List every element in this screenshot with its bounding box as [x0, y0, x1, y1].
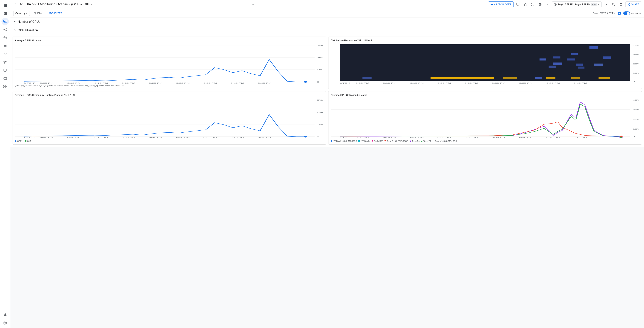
- svg-point-48: [630, 5, 630, 5]
- svg-rect-35: [517, 3, 519, 5]
- svg-rect-94: [362, 77, 372, 79]
- svg-text:9:40 PM: 9:40 PM: [231, 82, 244, 84]
- legend-gce-label: GCE: [17, 140, 22, 142]
- sidebar-item-account[interactable]: [2, 311, 9, 319]
- svg-rect-44: [620, 4, 621, 5]
- svg-text:9:05 PM: 9:05 PM: [356, 137, 369, 138]
- legend-p100-icon: [384, 140, 386, 142]
- svg-text:1%: 1%: [317, 69, 323, 71]
- filter-label: Filter: [37, 12, 42, 14]
- fullscreen-button[interactable]: [530, 1, 536, 7]
- svg-rect-91: [571, 77, 580, 79]
- legend-l4-icon: [358, 140, 360, 142]
- legend-p4-icon: [410, 140, 411, 142]
- sidebar-item-groups[interactable]: [2, 83, 9, 90]
- svg-rect-31: [4, 87, 5, 88]
- share-button[interactable]: SHARE: [625, 1, 642, 7]
- sidebar-item-alerts[interactable]: [2, 58, 9, 66]
- legend-p100: Tesla P100-PCIE-16GB: [384, 140, 408, 142]
- legend-p4-label: Tesla P4: [412, 140, 420, 142]
- chart-title-avg-gpu: Average GPU Utilization: [15, 39, 324, 42]
- add-widget-button[interactable]: + ADD WIDGET: [488, 1, 514, 7]
- dashboard: Number of GPUs GPU Utilization Average G…: [10, 18, 644, 328]
- svg-point-46: [630, 3, 630, 4]
- svg-rect-84: [603, 56, 611, 59]
- svg-rect-82: [553, 63, 562, 65]
- legend-a100-label: NVIDIA A100-SXM4-40GB: [333, 140, 357, 142]
- next-time-button[interactable]: [603, 1, 609, 7]
- prev-time-button[interactable]: [544, 1, 550, 7]
- add-widget-label: + ADD WIDGET: [494, 3, 511, 6]
- svg-rect-77: [590, 46, 598, 49]
- chart-area-avg-gpu: 3% 2% 1% 0 UTC-7: [15, 43, 324, 84]
- toolbar: Group by Filter ADD FILTER Saved 8/9/23,…: [10, 9, 644, 18]
- svg-line-12: [4, 29, 6, 29]
- chart-svg-avg-gpu: 3% 2% 1% 0 UTC-7: [15, 43, 324, 84]
- svg-rect-45: [621, 4, 622, 5]
- svg-point-38: [540, 4, 541, 5]
- svg-text:0: 0: [632, 136, 635, 138]
- svg-rect-0: [4, 4, 5, 5]
- dropdown-icon[interactable]: [252, 3, 255, 6]
- section-header-util[interactable]: GPU Utilization: [10, 26, 644, 34]
- sidebar-item-settings[interactable]: [2, 319, 9, 327]
- sidebar-item-grid[interactable]: [2, 1, 9, 9]
- sidebar-item-logs[interactable]: [2, 42, 9, 49]
- svg-text:9:25 PM: 9:25 PM: [464, 82, 478, 84]
- svg-rect-125: [24, 140, 26, 142]
- svg-rect-42: [620, 3, 621, 4]
- svg-rect-80: [540, 58, 546, 60]
- back-button[interactable]: [12, 1, 18, 7]
- star-button[interactable]: [522, 1, 528, 7]
- svg-text:UTC-7: UTC-7: [340, 82, 350, 84]
- autosave-toggle[interactable]: Autosave: [623, 11, 641, 15]
- section-gpu-utilization: GPU Utilization Average GPU Utilization: [10, 26, 644, 147]
- more-button[interactable]: [618, 1, 624, 7]
- sidebar-item-dashboards[interactable]: [2, 9, 9, 17]
- svg-text:9:40 PM: 9:40 PM: [546, 137, 560, 138]
- add-filter-button[interactable]: ADD FILTER: [46, 11, 64, 16]
- svg-rect-76: [340, 44, 630, 81]
- sidebar: [0, 0, 10, 328]
- svg-rect-5: [5, 12, 7, 13]
- sidebar-item-profiling[interactable]: [2, 34, 9, 41]
- charts-grid: Average GPU Utilization 3%: [12, 36, 642, 145]
- autosave-switch[interactable]: [623, 11, 630, 15]
- svg-text:UTC-7: UTC-7: [340, 137, 350, 138]
- svg-text:20%: 20%: [632, 63, 640, 65]
- svg-text:30%: 30%: [632, 109, 640, 111]
- legend-gce-icon: [15, 140, 16, 142]
- group-by-button[interactable]: Group by: [13, 11, 30, 16]
- svg-text:9:10 PM: 9:10 PM: [383, 137, 396, 138]
- svg-point-60: [304, 81, 308, 83]
- section-header-gpus[interactable]: Number of GPUs: [10, 18, 644, 26]
- present-button[interactable]: [515, 1, 521, 7]
- filter-button[interactable]: Filter: [32, 11, 44, 16]
- sidebar-item-uptime[interactable]: [2, 66, 9, 74]
- svg-text:20%: 20%: [632, 118, 640, 120]
- sidebar-item-slos[interactable]: [2, 50, 9, 58]
- section-number-of-gpus: Number of GPUs: [10, 18, 644, 26]
- toggle-knob: [626, 12, 630, 15]
- header: NVIDIA GPU Monitoring Overview (GCE & GK…: [10, 0, 644, 9]
- legend-t4: Tesla T4: [421, 140, 431, 142]
- chart-title-heatmap: Distribution (Heatmap) of GPU Utilizatio…: [331, 39, 640, 42]
- page-title: NVIDIA GPU Monitoring Overview (GCE & GK…: [20, 2, 250, 6]
- svg-point-15: [4, 37, 6, 38]
- svg-text:9:45 PM: 9:45 PM: [574, 82, 587, 84]
- svg-rect-30: [5, 85, 7, 86]
- legend-gce: GCE: [15, 140, 22, 142]
- svg-text:9:30 PM: 9:30 PM: [176, 137, 190, 138]
- search-button[interactable]: [610, 1, 616, 7]
- svg-point-113: [304, 136, 308, 138]
- chart-area-model: 40% 30% 20% 10% 0: [331, 98, 640, 138]
- settings-button[interactable]: [537, 1, 543, 7]
- svg-text:3%: 3%: [317, 44, 323, 46]
- sidebar-item-traces[interactable]: [2, 26, 9, 33]
- chart-svg-heatmap: 40% 30% 20% 10% 0: [331, 43, 640, 84]
- sidebar-item-monitoring[interactable]: [2, 18, 9, 25]
- svg-rect-78: [571, 53, 578, 55]
- sidebar-item-synthetics[interactable]: [2, 75, 9, 82]
- svg-rect-83: [576, 63, 583, 66]
- time-range-selector[interactable]: Aug 8, 8:59 PM - Aug 8, 9:49 PM PST: [552, 1, 602, 7]
